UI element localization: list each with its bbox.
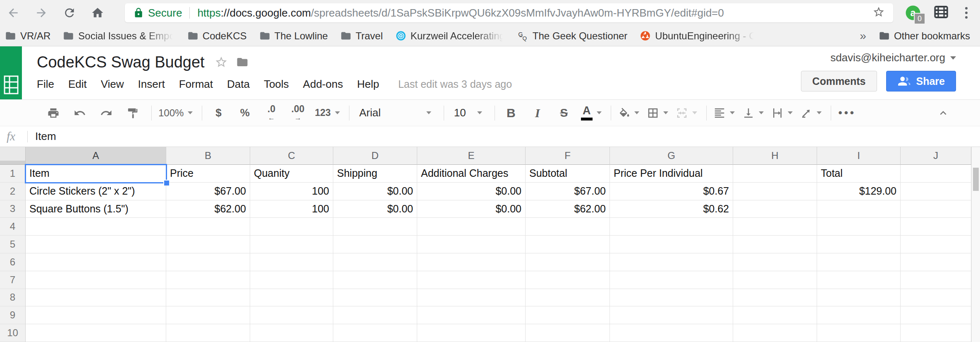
cell-C6[interactable] <box>250 253 333 271</box>
cell-C10[interactable] <box>250 324 333 342</box>
cell-B6[interactable] <box>166 253 250 271</box>
cell-C9[interactable] <box>250 306 333 324</box>
cell-H3[interactable] <box>733 200 817 218</box>
cell-F10[interactable] <box>526 324 610 342</box>
menu-data[interactable]: Data <box>227 78 250 91</box>
cell-G10[interactable] <box>610 324 733 342</box>
row-header-1[interactable]: 1 <box>0 165 26 183</box>
cell-E7[interactable] <box>417 271 526 289</box>
cell-D10[interactable] <box>333 324 417 342</box>
text-rotation-button[interactable] <box>800 104 822 123</box>
borders-button[interactable] <box>647 104 668 123</box>
move-to-folder-button[interactable] <box>236 56 249 68</box>
cell-E2[interactable]: $0.00 <box>417 183 526 200</box>
cell-C8[interactable] <box>250 289 333 307</box>
cell-H9[interactable] <box>733 306 817 324</box>
last-edit-status[interactable]: Last edit was 3 days ago <box>398 78 512 90</box>
column-header-H[interactable]: H <box>733 147 817 165</box>
row-header-3[interactable]: 3 <box>0 200 26 218</box>
menu-edit[interactable]: Edit <box>68 78 87 91</box>
column-header-J[interactable]: J <box>901 147 971 165</box>
media-extension-button[interactable] <box>933 4 949 22</box>
cell-A9[interactable] <box>26 306 166 324</box>
vertical-scrollbar[interactable] <box>971 147 980 342</box>
cell-B8[interactable] <box>166 289 250 307</box>
cell-G4[interactable] <box>610 218 733 236</box>
column-header-C[interactable]: C <box>250 147 333 165</box>
cell-H4[interactable] <box>733 218 817 236</box>
column-header-B[interactable]: B <box>166 147 250 165</box>
cell-F5[interactable] <box>526 236 610 253</box>
fill-handle[interactable] <box>163 180 169 185</box>
cell-F2[interactable]: $67.00 <box>526 183 610 200</box>
cell-H7[interactable] <box>733 271 817 289</box>
refresh-button[interactable] <box>62 5 77 20</box>
cell-I5[interactable] <box>817 236 901 253</box>
forward-button[interactable] <box>34 5 49 20</box>
cell-G6[interactable] <box>610 253 733 271</box>
cell-H8[interactable] <box>733 289 817 307</box>
cell-E3[interactable]: $0.00 <box>417 200 526 218</box>
cell-C5[interactable] <box>250 236 333 253</box>
cell-J10[interactable] <box>901 324 971 342</box>
column-header-I[interactable]: I <box>817 147 901 165</box>
cell-G5[interactable] <box>610 236 733 253</box>
format-currency-button[interactable]: $ <box>209 104 228 123</box>
decrease-decimal-button[interactable]: .0← <box>262 104 281 123</box>
bookmark-item[interactable]: The Lowline <box>259 30 328 42</box>
cell-A6[interactable] <box>26 253 166 271</box>
menu-insert[interactable]: Insert <box>138 78 165 91</box>
cell-G3[interactable]: $0.62 <box>610 200 733 218</box>
cell-D9[interactable] <box>333 306 417 324</box>
cell-I8[interactable] <box>817 289 901 307</box>
cell-D8[interactable] <box>333 289 417 307</box>
cell-E1[interactable]: Additional Charges <box>417 165 526 183</box>
bookmark-star-button[interactable] <box>872 6 885 20</box>
zoom-select[interactable]: 100% <box>158 104 193 123</box>
cell-A1[interactable]: Item <box>26 165 166 183</box>
address-bar[interactable]: Secure https://docs.google.com/spreadshe… <box>125 3 893 22</box>
increase-decimal-button[interactable]: .00→ <box>288 104 307 123</box>
cell-H5[interactable] <box>733 236 817 253</box>
strikethrough-button[interactable]: S <box>555 104 574 123</box>
cell-B10[interactable] <box>166 324 250 342</box>
column-header-F[interactable]: F <box>526 147 610 165</box>
bookmark-item[interactable]: GQThe Geek Questioner <box>517 30 627 42</box>
cell-F7[interactable] <box>526 271 610 289</box>
cell-E10[interactable] <box>417 324 526 342</box>
avast-extension-button[interactable]: a 0 <box>905 5 921 21</box>
cell-B4[interactable] <box>166 218 250 236</box>
column-header-E[interactable]: E <box>417 147 526 165</box>
font-size-select[interactable]: 10 <box>451 104 485 123</box>
number-format-menu[interactable]: 123 <box>315 104 339 123</box>
cell-D1[interactable]: Shipping <box>333 165 417 183</box>
cell-J5[interactable] <box>901 236 971 253</box>
column-header-A[interactable]: A <box>26 147 166 165</box>
cell-H2[interactable] <box>733 183 817 200</box>
merge-cells-button[interactable] <box>676 104 697 123</box>
cell-I4[interactable] <box>817 218 901 236</box>
browser-menu-button[interactable] <box>961 5 972 20</box>
cell-I6[interactable] <box>817 253 901 271</box>
star-document-button[interactable] <box>215 55 228 69</box>
comments-button[interactable]: Comments <box>801 71 877 92</box>
cell-J2[interactable] <box>901 183 971 200</box>
cell-I3[interactable] <box>817 200 901 218</box>
bookmark-item[interactable]: Travel <box>340 30 383 42</box>
redo-button[interactable] <box>97 104 116 123</box>
cell-C4[interactable] <box>250 218 333 236</box>
print-button[interactable] <box>44 104 63 123</box>
cell-I1[interactable]: Total <box>817 165 901 183</box>
cell-B1[interactable]: Price <box>166 165 250 183</box>
menu-addons[interactable]: Add-ons <box>303 78 343 91</box>
cell-A10[interactable] <box>26 324 166 342</box>
cell-G7[interactable] <box>610 271 733 289</box>
account-menu[interactable]: sdavis@kiheicharter.org <box>830 51 956 64</box>
font-family-select[interactable]: Arial <box>356 104 435 123</box>
cell-G2[interactable]: $0.67 <box>610 183 733 200</box>
cell-C3[interactable]: 100 <box>250 200 333 218</box>
cell-H10[interactable] <box>733 324 817 342</box>
cell-I7[interactable] <box>817 271 901 289</box>
bookmark-item[interactable]: UbuntuEngineering - C <box>640 30 756 42</box>
cell-A3[interactable]: Square Buttons (1.5") <box>26 200 166 218</box>
